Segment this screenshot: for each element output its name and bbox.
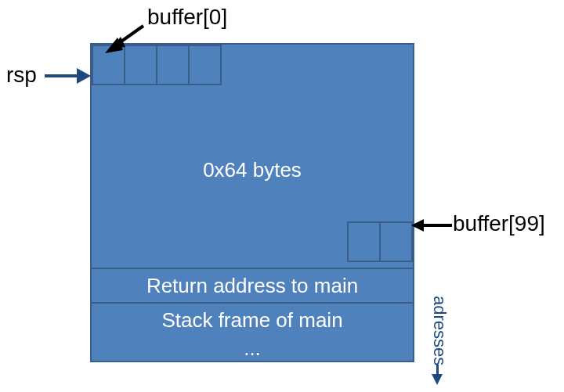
rsp-arrow-head [77,68,91,84]
addresses-arrow-head [432,374,443,385]
buffer99-arrow-line [424,224,452,227]
buffer99-label: buffer[99] [453,211,545,236]
buffer99-arrow-head [411,219,424,232]
buffer-cell-2 [156,45,190,85]
addresses-label: adresses [429,296,450,365]
buffer-cell-3 [188,45,222,85]
buffer-cell-99 [379,221,413,262]
return-address-row: Return address to main [92,268,413,302]
rsp-arrow-line [45,74,78,77]
buffer0-label: buffer[0] [147,5,227,30]
buffer-size-label: 0x64 bytes [92,158,413,182]
stack-frame-box: 0x64 bytes Return address to main Stack … [90,43,414,362]
ellipsis-row: ... [92,336,413,371]
buffer0-arrow [94,23,157,63]
stack-frame-main-row: Stack frame of main [92,302,413,336]
buffer-cell-98 [347,221,381,262]
rsp-label: rsp [6,63,37,88]
